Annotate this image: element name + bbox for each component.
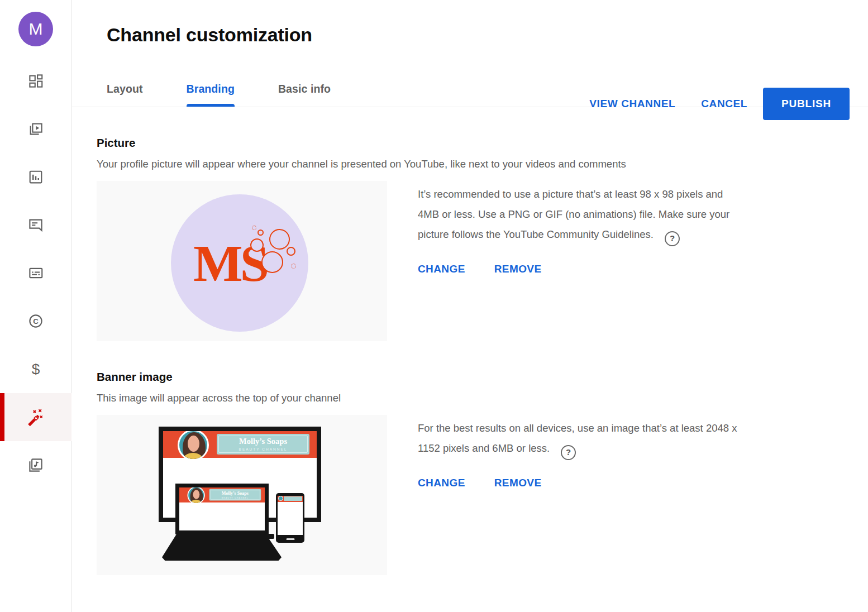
sidebar-item-copyright[interactable]: C — [0, 297, 71, 345]
logo-bubble — [269, 229, 290, 250]
subtitles-icon — [27, 265, 44, 281]
logo-bubble — [257, 230, 264, 236]
sidebar: M — [0, 0, 71, 612]
photo-shirt — [184, 453, 202, 461]
laptop-screen: Molly’s Soaps BEAUTY CHANNEL — [179, 487, 265, 530]
channel-avatar[interactable]: M — [18, 12, 53, 46]
sidebar-item-analytics[interactable] — [0, 153, 71, 201]
sidebar-item-audio-library[interactable] — [0, 441, 71, 489]
phone-channel-photo — [278, 496, 283, 501]
tab-basic-info[interactable]: Basic info — [278, 82, 331, 107]
picture-info-column: It’s recommended to use a picture that’s… — [418, 181, 745, 341]
banner-info-column: For the best results on all devices, use… — [418, 415, 745, 575]
help-icon[interactable]: ? — [665, 231, 680, 246]
picture-change-button[interactable]: CHANGE — [418, 263, 465, 275]
picture-recommendation: It’s recommended to use a picture that’s… — [418, 184, 745, 246]
avatar-letter: M — [29, 20, 43, 39]
picture-remove-button[interactable]: REMOVE — [494, 263, 542, 275]
cancel-button[interactable]: CANCEL — [701, 98, 747, 110]
picture-actions: CHANGE REMOVE — [418, 263, 745, 275]
sidebar-item-monetization[interactable]: $ — [0, 345, 71, 393]
monetization-icon: $ — [27, 361, 44, 377]
content-icon — [27, 121, 44, 137]
photo-face — [188, 436, 199, 452]
photo-shirt — [191, 500, 201, 504]
phone-home-button — [286, 538, 294, 540]
banner-channel-name: Molly’s Soaps — [222, 491, 249, 496]
phone-banner-label — [284, 496, 302, 501]
picture-heading: Picture — [97, 136, 843, 150]
sidebar-item-dashboard[interactable] — [0, 57, 71, 105]
banner-artwork: Molly’s Soaps BEAUTY CHANNEL — [163, 431, 317, 458]
logo-bubble — [250, 238, 264, 252]
logo-bubble — [261, 251, 283, 273]
sidebar-nav: C $ — [0, 57, 71, 489]
banner-description: This image will appear across the top of… — [97, 392, 843, 404]
svg-text:C: C — [33, 317, 39, 326]
comments-icon — [27, 217, 44, 233]
banner-heading: Banner image — [97, 370, 843, 384]
sidebar-item-content[interactable] — [0, 105, 71, 153]
tab-layout[interactable]: Layout — [107, 82, 143, 107]
picture-description: Your profile picture will appear where y… — [97, 158, 843, 170]
phone-banner — [278, 496, 303, 502]
customization-wand-icon — [27, 408, 45, 426]
banner-channel-name: Molly’s Soaps — [239, 437, 287, 446]
analytics-icon — [27, 169, 44, 185]
channel-photo — [178, 431, 209, 461]
help-icon[interactable]: ? — [561, 445, 576, 460]
profile-logo-circle: MS — [171, 194, 308, 332]
banner-label: Molly’s Soaps BEAUTY CHANNEL — [217, 434, 309, 455]
banner-actions: CHANGE REMOVE — [418, 477, 745, 489]
main-area: Channel customization Layout Branding Ba… — [72, 0, 868, 612]
audio-library-icon — [27, 457, 44, 474]
banner-channel-tagline: BEAUTY CHANNEL — [222, 496, 249, 499]
sidebar-item-comments[interactable] — [0, 201, 71, 249]
banner-image-preview: Molly’s Soaps BEAUTY CHANNEL — [97, 415, 387, 575]
tab-branding[interactable]: Branding — [187, 82, 235, 107]
header-actions: VIEW CHANNEL CANCEL PUBLISH — [589, 88, 850, 120]
dashboard-icon — [27, 73, 44, 89]
sidebar-item-customization[interactable] — [0, 393, 71, 441]
view-channel-button[interactable]: VIEW CHANNEL — [589, 98, 675, 110]
content: Picture Your profile picture will appear… — [72, 136, 868, 575]
phone-screen — [278, 496, 303, 535]
sidebar-item-subtitles[interactable] — [0, 249, 71, 297]
picture-section: Picture Your profile picture will appear… — [97, 136, 843, 341]
phone-mockup — [276, 493, 304, 543]
copyright-icon: C — [27, 313, 44, 329]
laptop-mockup: Molly’s Soaps BEAUTY CHANNEL — [175, 484, 269, 534]
logo-sparkle — [252, 226, 256, 230]
banner-artwork: Molly’s Soaps BEAUTY CHANNEL — [179, 487, 265, 503]
banner-remove-button[interactable]: REMOVE — [494, 477, 542, 489]
banner-section: Banner image This image will appear acro… — [97, 370, 843, 575]
banner-recommendation: For the best results on all devices, use… — [418, 418, 745, 460]
banner-channel-tagline: BEAUTY CHANNEL — [239, 447, 288, 451]
laptop-keyboard — [162, 534, 282, 561]
logo-sparkle — [246, 248, 250, 252]
logo-sparkle — [291, 264, 296, 269]
publish-button[interactable]: PUBLISH — [763, 88, 850, 120]
profile-picture-preview: MS — [97, 181, 387, 341]
channel-photo — [188, 487, 205, 504]
active-indicator-bar — [0, 393, 4, 441]
logo-bubble — [287, 247, 295, 256]
page-header: Channel customization Layout Branding Ba… — [72, 21, 868, 107]
banner-change-button[interactable]: CHANGE — [418, 477, 465, 489]
svg-text:$: $ — [32, 361, 40, 377]
page-title: Channel customization — [107, 21, 868, 48]
photo-face — [193, 490, 200, 499]
banner-label: Molly’s Soaps BEAUTY CHANNEL — [209, 489, 261, 501]
